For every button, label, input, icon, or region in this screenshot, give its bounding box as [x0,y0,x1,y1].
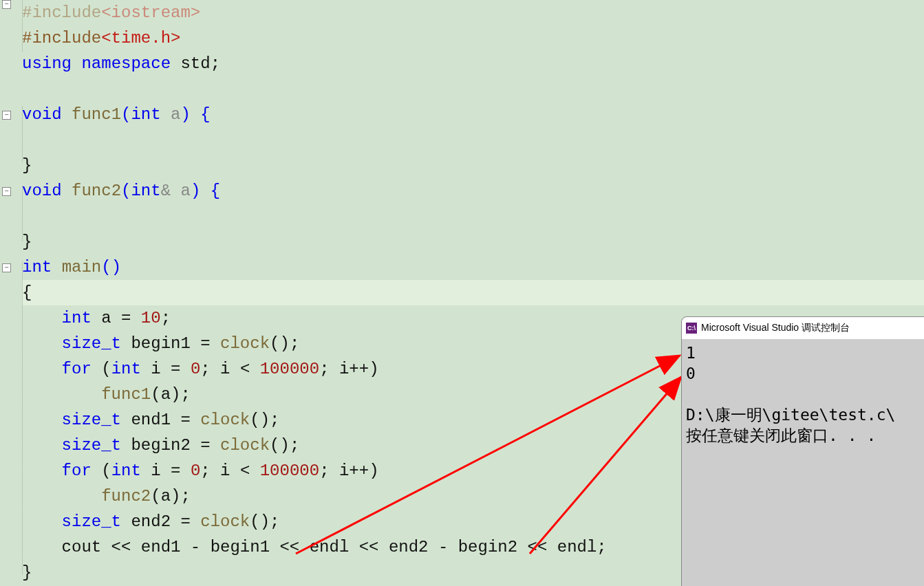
code-line[interactable]: } [22,153,924,178]
console-icon: C:\ [686,323,697,334]
console-line: 0 [686,365,696,382]
console-output[interactable]: 1 0 D:\康一明\gitee\test.c\ 按任意键关闭此窗口. . . [682,340,924,448]
code-line[interactable]: #include<time.h> [22,25,924,51]
code-line[interactable]: using namespace std; [22,51,924,76]
fold-button[interactable]: − [2,263,11,272]
code-line-highlighted[interactable]: { [22,280,924,305]
console-title-text: Microsoft Visual Studio 调试控制台 [701,322,850,334]
code-line[interactable]: } [22,229,924,254]
console-line: 按任意键关闭此窗口. . . [686,426,876,444]
code-line[interactable]: #include<iostream> [22,0,924,25]
debug-console-window[interactable]: C:\ Microsoft Visual Studio 调试控制台 1 0 D:… [681,316,924,586]
code-line[interactable] [22,127,924,153]
console-line: D:\康一明\gitee\test.c\ [686,406,895,424]
code-line[interactable] [22,204,924,229]
code-line[interactable]: int main() [22,254,924,280]
fold-button[interactable]: − [2,111,11,120]
fold-gutter: − − − − [0,0,12,585]
console-line: 1 [686,344,696,362]
fold-button[interactable]: − [2,187,11,196]
code-line[interactable]: void func1(int a) { [22,102,924,127]
code-line[interactable] [22,76,924,102]
code-line[interactable]: void func2(int& a) { [22,178,924,204]
console-titlebar[interactable]: C:\ Microsoft Visual Studio 调试控制台 [682,317,924,340]
fold-button[interactable]: − [2,0,11,9]
